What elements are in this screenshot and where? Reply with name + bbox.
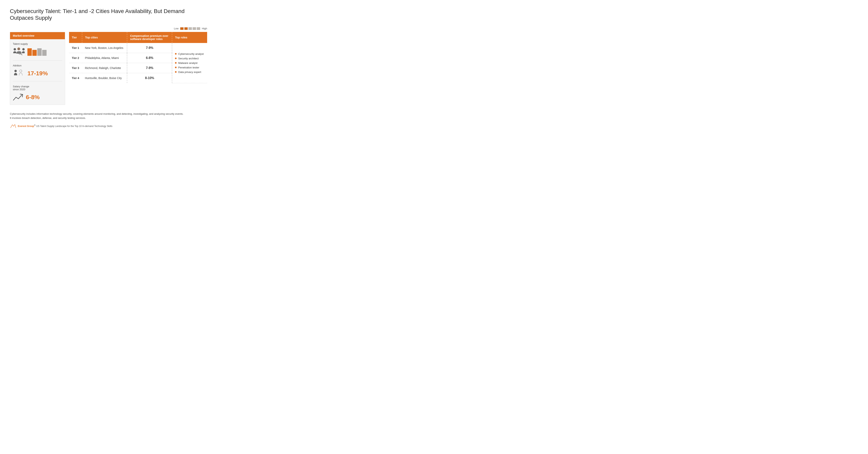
tier1-label: Tier 1 <box>69 43 82 53</box>
svg-line-4 <box>21 54 22 55</box>
roles-list: Cybersecurity analyst Security architect… <box>175 53 205 73</box>
svg-point-7 <box>20 70 22 72</box>
role-item-3: Malware analyst <box>175 62 205 64</box>
role-dot-1 <box>175 53 177 55</box>
legend-row: Low High <box>10 27 207 30</box>
tier3-label: Tier 3 <box>69 63 82 73</box>
supply-bar-1 <box>27 48 32 56</box>
role-dot-5 <box>175 71 177 73</box>
tier3-cities: Richmond, Raleigh, Charlotte <box>82 63 127 73</box>
col-header-tier: Tier <box>69 32 82 43</box>
table-row-tier1: Tier 1 New York, Boston, Los Angeles 7-9… <box>69 43 207 53</box>
col-header-roles: Top roles <box>172 32 207 43</box>
role-dot-4 <box>175 67 177 68</box>
page-title: Cybersecurity Talent: Tier-1 and -2 Citi… <box>10 8 207 21</box>
role-item-2: Security architect <box>175 57 205 60</box>
main-table-wrap: Tier Top cities Compensation premium ove… <box>69 32 207 83</box>
legend-box-2 <box>184 27 188 30</box>
role-item-1: Cybersecurity analyst <box>175 53 205 55</box>
market-panel: Market overview Talent supply <box>10 32 65 105</box>
legend-box-3 <box>188 27 192 30</box>
footer-text: Cybersecurity includes information techn… <box>10 112 187 120</box>
salary-value: 6-8% <box>26 94 40 101</box>
legend-low-label: Low <box>174 27 179 30</box>
legend-high-label: High <box>202 27 207 30</box>
salary-section: Salary changesince 2020 6-8% <box>13 85 62 101</box>
supply-bars <box>27 48 46 56</box>
legend-box-5 <box>197 27 200 30</box>
legend-boxes <box>180 27 200 30</box>
legend-box-1 <box>180 27 184 30</box>
tier2-comp: 6-8% <box>127 53 172 63</box>
tier4-cities: Huntsville, Boulder, Boise City <box>82 73 127 83</box>
salary-trend-icon <box>13 93 23 101</box>
tier3-comp: 7-9% <box>127 63 172 73</box>
role-label-1: Cybersecurity analyst <box>178 53 204 55</box>
talent-supply-icon <box>13 47 25 57</box>
svg-point-6 <box>14 70 17 72</box>
footer-note: Cybersecurity includes information techn… <box>10 112 187 120</box>
role-item-5: Data privacy expert <box>175 71 205 73</box>
tier1-cities: New York, Boston, Los Angeles <box>82 43 127 53</box>
svg-point-5 <box>22 48 25 51</box>
main-table: Tier Top cities Compensation premium ove… <box>69 32 207 83</box>
tier4-label: Tier 4 <box>69 73 82 83</box>
col-header-compensation: Compensation premium oversoftware develo… <box>127 32 172 43</box>
top-roles-cell: Cybersecurity analyst Security architect… <box>172 43 207 83</box>
talent-supply-section: Talent supply <box>13 42 62 61</box>
market-panel-body: Talent supply <box>10 39 65 105</box>
legend-box-4 <box>192 27 196 30</box>
everest-mountain-icon <box>10 124 16 128</box>
supply-bar-3 <box>37 48 42 56</box>
salary-label: Salary changesince 2020 <box>13 85 62 91</box>
role-label-3: Malware analyst <box>178 62 197 64</box>
supply-bar-4 <box>42 50 46 56</box>
tier4-comp: 8-10% <box>127 73 172 83</box>
tier1-comp: 7-9% <box>127 43 172 53</box>
role-dot-2 <box>175 58 177 59</box>
everest-source-text: US Talent Supply Landscape for the Top 1… <box>36 125 112 128</box>
attrition-content: 17-19% <box>13 69 62 78</box>
salary-content: 6-8% <box>13 93 62 101</box>
col-header-cities: Top cities <box>82 32 127 43</box>
content-row: Market overview Talent supply <box>10 32 207 105</box>
tier2-cities: Philadelphia, Atlanta, Miami <box>82 53 127 63</box>
role-item-4: Penetration tester <box>175 66 205 69</box>
role-label-5: Data privacy expert <box>178 71 201 73</box>
role-dot-3 <box>175 62 177 64</box>
svg-point-0 <box>13 48 16 51</box>
everest-logo-row: Everest Group® US Talent Supply Landscap… <box>10 124 207 128</box>
attrition-label: Attrition <box>13 64 62 67</box>
attrition-value: 17-19% <box>27 70 48 77</box>
supply-bar-2 <box>32 50 37 56</box>
role-label-4: Penetration tester <box>178 66 199 69</box>
attrition-section: Attrition 17-19% <box>13 64 62 82</box>
role-label-2: Security architect <box>178 57 199 60</box>
talent-supply-content <box>13 47 62 57</box>
everest-brand-text: Everest Group® US Talent Supply Landscap… <box>18 124 113 128</box>
attrition-icon <box>13 69 25 78</box>
talent-supply-label: Talent supply <box>13 42 62 45</box>
everest-brand-name: Everest Group <box>18 125 34 128</box>
tier2-label: Tier 2 <box>69 53 82 63</box>
market-panel-header: Market overview <box>10 32 65 39</box>
